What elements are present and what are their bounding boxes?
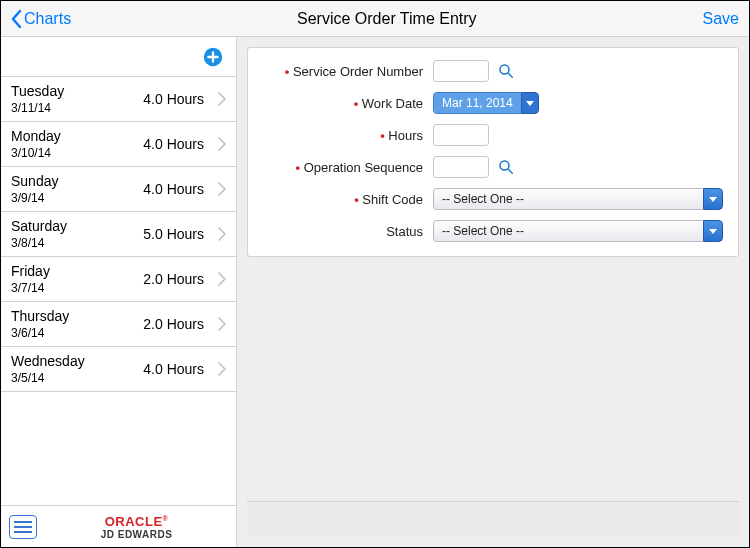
list-item-hours: 2.0 Hours [143, 271, 204, 287]
chevron-left-icon [11, 10, 22, 28]
list-item-hours: 4.0 Hours [143, 91, 204, 107]
main-footer-strip [247, 501, 739, 537]
work-date-picker[interactable]: Mar 11, 2014 [433, 92, 539, 114]
list-item[interactable]: Thursday 3/6/14 2.0 Hours [1, 302, 236, 347]
dropdown-arrow-icon [521, 92, 539, 114]
hours-input[interactable] [433, 124, 489, 146]
chevron-right-icon [218, 137, 228, 151]
list-item-date: 3/9/14 [11, 191, 143, 205]
list-item[interactable]: Saturday 3/8/14 5.0 Hours [1, 212, 236, 257]
svg-point-1 [500, 65, 509, 74]
list-item-hours: 2.0 Hours [143, 316, 204, 332]
label-shift-code: Shift Code [258, 192, 433, 207]
brand-footer: ORACLE® JD EDWARDS [1, 505, 236, 547]
chevron-right-icon [218, 362, 228, 376]
page-title: Service Order Time Entry [297, 10, 477, 28]
back-button[interactable]: Charts [11, 10, 71, 28]
list-item[interactable]: Friday 3/7/14 2.0 Hours [1, 257, 236, 302]
list-item-hours: 4.0 Hours [143, 136, 204, 152]
header-bar: Charts Service Order Time Entry Save [1, 1, 749, 37]
svg-point-3 [500, 161, 509, 170]
sidebar: Tuesday 3/11/14 4.0 Hours Monday 3/10/14… [1, 37, 237, 547]
list-item-date: 3/7/14 [11, 281, 143, 295]
add-icon[interactable] [202, 46, 224, 68]
search-icon [497, 62, 515, 80]
dropdown-arrow-icon [703, 188, 723, 210]
list-item[interactable]: Tuesday 3/11/14 4.0 Hours [1, 77, 236, 122]
list-item-day: Thursday [11, 308, 143, 324]
work-date-value: Mar 11, 2014 [433, 92, 521, 114]
chevron-right-icon [218, 227, 228, 241]
search-operation-sequence-icon[interactable] [497, 158, 515, 176]
chevron-right-icon [218, 182, 228, 196]
list-item-date: 3/10/14 [11, 146, 143, 160]
main-panel: Service Order Number Work Date Mar 11, 2… [237, 37, 749, 547]
list-item-date: 3/5/14 [11, 371, 143, 385]
operation-sequence-input[interactable] [433, 156, 489, 178]
list-item[interactable]: Sunday 3/9/14 4.0 Hours [1, 167, 236, 212]
add-row [1, 37, 236, 77]
label-service-order-number: Service Order Number [258, 64, 433, 79]
list-item-date: 3/11/14 [11, 101, 143, 115]
list-item[interactable]: Wednesday 3/5/14 4.0 Hours [1, 347, 236, 392]
label-status: Status [258, 224, 433, 239]
list-item-day: Wednesday [11, 353, 143, 369]
list-item-date: 3/6/14 [11, 326, 143, 340]
list-item-day: Monday [11, 128, 143, 144]
status-select[interactable]: -- Select One -- [433, 220, 723, 242]
list-item-day: Sunday [11, 173, 143, 189]
brand-sub: JD EDWARDS [45, 529, 228, 540]
list-item-day: Tuesday [11, 83, 143, 99]
menu-icon[interactable] [9, 515, 37, 539]
status-value: -- Select One -- [433, 220, 703, 242]
shift-code-select[interactable]: -- Select One -- [433, 188, 723, 210]
shift-code-value: -- Select One -- [433, 188, 703, 210]
save-button[interactable]: Save [703, 10, 739, 28]
chevron-right-icon [218, 272, 228, 286]
service-order-number-input[interactable] [433, 60, 489, 82]
label-operation-sequence: Operation Sequence [258, 160, 433, 175]
back-label: Charts [24, 10, 71, 28]
list-item-hours: 4.0 Hours [143, 361, 204, 377]
brand-oracle: ORACLE® [45, 514, 228, 529]
list-item-date: 3/8/14 [11, 236, 143, 250]
chevron-right-icon [218, 92, 228, 106]
chevron-right-icon [218, 317, 228, 331]
search-service-order-icon[interactable] [497, 62, 515, 80]
dropdown-arrow-icon [703, 220, 723, 242]
label-work-date: Work Date [258, 96, 433, 111]
svg-line-2 [508, 73, 513, 78]
list-item-day: Saturday [11, 218, 143, 234]
list-item-day: Friday [11, 263, 143, 279]
form-card: Service Order Number Work Date Mar 11, 2… [247, 47, 739, 257]
svg-line-4 [508, 169, 513, 174]
list-item-hours: 5.0 Hours [143, 226, 204, 242]
label-hours: Hours [258, 128, 433, 143]
brand-text: ORACLE® JD EDWARDS [45, 514, 228, 540]
list-item[interactable]: Monday 3/10/14 4.0 Hours [1, 122, 236, 167]
search-icon [497, 158, 515, 176]
time-entry-list: Tuesday 3/11/14 4.0 Hours Monday 3/10/14… [1, 77, 236, 505]
list-item-hours: 4.0 Hours [143, 181, 204, 197]
